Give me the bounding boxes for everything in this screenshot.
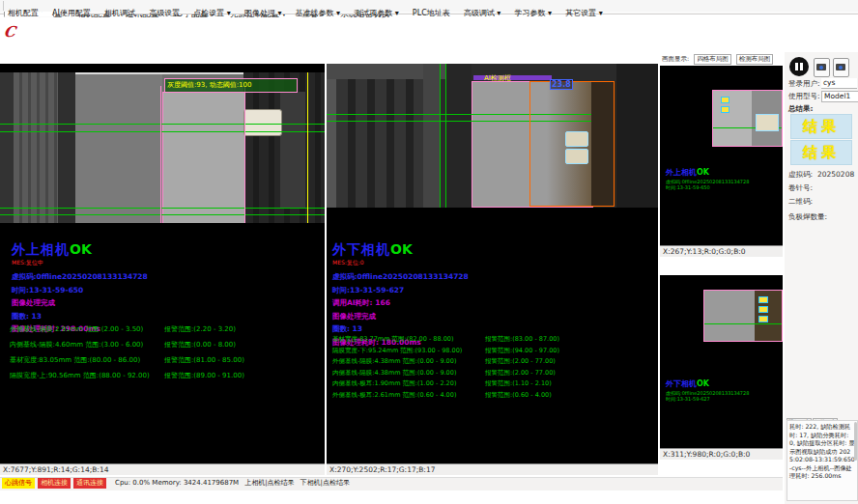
bottom-camera-check-status: 下相机|点检结果 bbox=[300, 478, 350, 489]
preview2-pixel-coords: X:311;Y:980;R:0;G:0;B:0 bbox=[660, 448, 783, 460]
preview-view-bottom[interactable]: 外下相机OK 虚拟码:0ffline20250208133134728 时间:1… bbox=[660, 275, 783, 460]
right-virtual-code: 虚拟码:0ffline20250208133134728 bbox=[332, 272, 469, 282]
right-mes-text: MES:复位:0 bbox=[332, 259, 469, 267]
comm-link-badge: 通讯连接 bbox=[73, 478, 106, 489]
tool-learning-params[interactable]: 学习参数 ▾ bbox=[514, 8, 552, 18]
pause-button[interactable] bbox=[789, 57, 809, 76]
cpu-memory-text: Cpu: 0.0% Memory: 3424.4179687M bbox=[115, 478, 239, 489]
app-window: CYS-视觉检测系统 — □ ✕ C 系统配置 相机配置 通讯配置 IO手配置 … bbox=[0, 0, 858, 504]
right-camera-title: 外下相机 bbox=[332, 241, 390, 257]
left-pixel-coords: X:7677;Y:891;R:14;G:14;B:14 bbox=[0, 463, 325, 475]
left-product-region bbox=[162, 92, 245, 223]
right-measure-value: 23.8 bbox=[550, 79, 573, 90]
left-status-ok: OK bbox=[70, 241, 92, 257]
left-measurements: 外侧基线-隔膜:2.91mm 范围:(2.00 - 3.50)报警范围:(2.2… bbox=[10, 324, 325, 386]
tool-test-params[interactable]: 测试项参数 ▾ bbox=[354, 8, 399, 18]
tab-detect-layout[interactable]: 检测布局图 bbox=[736, 54, 774, 65]
pause-icon bbox=[795, 63, 798, 70]
app-logo-icon: C bbox=[3, 23, 24, 40]
camera-record-button[interactable] bbox=[833, 58, 849, 77]
right-overlay: 外下相机OK MES:复位:0 虚拟码:0ffline2025020813313… bbox=[332, 239, 469, 350]
preview-header: 画面显示: 四格布局图 检测布局图 bbox=[660, 54, 783, 66]
login-user-value: cys bbox=[821, 78, 857, 89]
log-scrollbar[interactable] bbox=[854, 422, 857, 461]
left-yellow-marker-line bbox=[307, 72, 308, 223]
preview1-pixel-coords: X:267;Y:13;R:0;G:0;B:0 bbox=[660, 245, 783, 257]
right-time: 时间:13-31-59-627 bbox=[332, 286, 469, 295]
control-panel: 登录用户: cys 使用型号: Model1 总结果: 结果 结果 虚拟码: 2… bbox=[785, 52, 858, 504]
tool-camera-debug[interactable]: 相机调试 bbox=[104, 8, 135, 18]
total-result-label: 总结果: bbox=[788, 104, 814, 114]
weld-mark-2 bbox=[565, 149, 588, 164]
tool-ai-config[interactable]: AI使用配置 bbox=[52, 8, 91, 18]
winding-pin-label: 卷针号: bbox=[788, 183, 813, 193]
right-camera-image: AI检测框 23.8 bbox=[327, 64, 658, 208]
log-area[interactable]: 耗时: 222, 缺陷检测耗时: 17, 缺陷分类耗时: 0, 缺陷提取分区耗时… bbox=[786, 420, 858, 501]
weld-count-label: 负极焊数量: bbox=[788, 212, 827, 222]
tool-spot-check[interactable]: 点检设置 ▾ bbox=[193, 8, 231, 18]
left-process-done: 图像处理完成 bbox=[12, 298, 148, 308]
left-time: 时间:13-31-59-650 bbox=[12, 286, 148, 295]
tool-advanced-debug[interactable]: 高级调试 ▾ bbox=[464, 8, 501, 18]
camera-snapshot-button[interactable] bbox=[814, 58, 830, 77]
tool-other-settings[interactable]: 其它设置 ▾ bbox=[565, 8, 603, 18]
camera-link-badge: 相机连接 bbox=[38, 478, 71, 489]
preview2-image bbox=[703, 290, 783, 342]
right-turn-count: 圈数: 13 bbox=[332, 324, 469, 334]
tool-camera-config[interactable]: 相机配置 bbox=[8, 8, 39, 18]
model-select[interactable]: Model1 bbox=[821, 91, 858, 102]
left-mes-text: MES:复位中 bbox=[12, 259, 148, 267]
tool-advanced-settings[interactable]: 高级设置 bbox=[149, 8, 180, 18]
left-threshold-label: 灰度阈值:93, 动态阈值:100 bbox=[164, 78, 298, 93]
tab-grid-layout[interactable]: 四格布局图 bbox=[694, 54, 731, 65]
virtual-code-value: 20250208 bbox=[817, 170, 854, 179]
preview2-overlay: 外下相机OK 虚拟码:0ffline20250208133134728 时间:1… bbox=[666, 372, 749, 402]
model-label: 使用型号: bbox=[788, 92, 820, 101]
layout-label: 画面显示: bbox=[662, 55, 689, 63]
toolbar-separator bbox=[3, 1, 4, 11]
preview-view-top[interactable]: 外上相机OK 虚拟码:0ffline20250208133134728 时间:1… bbox=[660, 66, 783, 257]
right-camera-view[interactable]: AI检测框 23.8 外下相机OK MES:复位:0 虚拟码:0ffline20… bbox=[327, 64, 658, 475]
preview1-overlay: 外上相机OK 虚拟码:0ffline20250208133134728 时间:1… bbox=[666, 160, 749, 190]
tool-plc-address[interactable]: PLC地址表 bbox=[413, 8, 450, 18]
tool-baseline-params[interactable]: 基准线参数 ▾ bbox=[296, 8, 341, 18]
result-box-top: 结果 bbox=[790, 114, 852, 139]
heartbeat-badge: 心跳信号 bbox=[2, 478, 35, 489]
result-box-bottom: 结果 bbox=[790, 140, 852, 165]
left-camera-image: 灰度阈值:93, 动态阈值:100 bbox=[0, 72, 325, 223]
right-status-ok: OK bbox=[390, 241, 413, 257]
toolbar: 相机配置 AI使用配置 相机调试 高级设置 点检设置 ▾ 图像处理 ▾ 基准线参… bbox=[0, 0, 858, 12]
right-process-done: 图像处理完成 bbox=[332, 312, 469, 322]
right-ai-label: AI检测框 bbox=[484, 73, 511, 83]
login-user-label: 登录用户: bbox=[788, 79, 820, 89]
virtual-code-label: 虚拟码: bbox=[788, 170, 813, 180]
log-text: 耗时: 222, 缺陷检测耗时: 17, 缺陷分类耗时: 0, 缺陷提取分区耗时… bbox=[789, 423, 855, 481]
right-pixel-coords: X:270;Y:2502;R:17;G:17;B:17 bbox=[327, 463, 658, 475]
tool-image-processing[interactable]: 图像处理 ▾ bbox=[244, 8, 282, 18]
left-camera-view[interactable]: 灰度阈值:93, 动态阈值:100 外上相机OK MES:复位中 虚拟码:0ff… bbox=[0, 64, 325, 475]
left-camera-title: 外上相机 bbox=[12, 241, 70, 257]
top-camera-check-status: 上相机|点检结果 bbox=[244, 478, 294, 489]
qrcode-label: 二维码: bbox=[788, 197, 813, 207]
weld-mark-1 bbox=[565, 131, 588, 147]
right-measurements: 基材宽度:83.77mm 范围:(82.00 - 88.00)报警范围:(83.… bbox=[332, 335, 655, 402]
right-ai-elapsed: 调用AI耗时: 166 bbox=[332, 298, 469, 308]
left-turn-count: 圈数: 13 bbox=[12, 312, 148, 322]
status-bar: 心跳信号相机连接通讯连接Cpu: 0.0% Memory: 3424.41796… bbox=[0, 477, 783, 490]
preview1-image bbox=[712, 90, 783, 147]
left-virtual-code: 虚拟码:0ffline20250208133134728 bbox=[12, 272, 148, 282]
left-overlay: 外上相机OK MES:复位中 虚拟码:0ffline20250208133134… bbox=[12, 239, 148, 338]
